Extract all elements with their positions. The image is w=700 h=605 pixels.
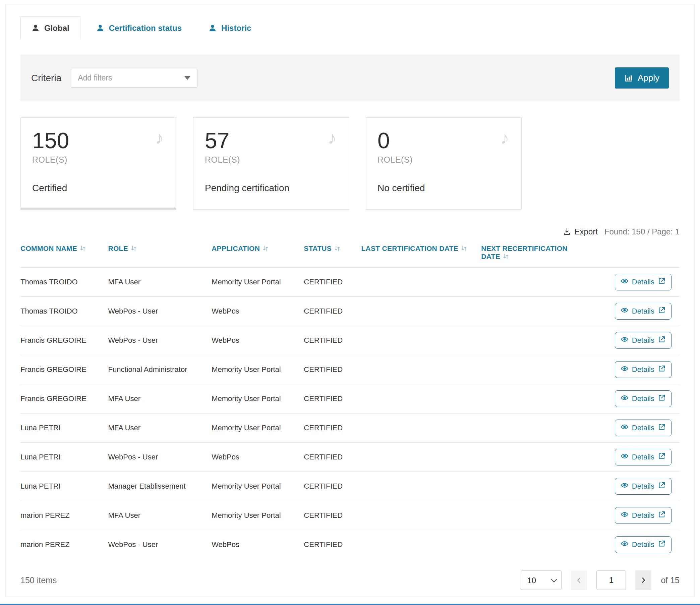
sort-icon[interactable] [130, 245, 138, 254]
footer-bar [0, 604, 700, 605]
stat-unit: ROLE(S) [205, 155, 337, 165]
cell-last-certification-date [361, 326, 481, 355]
cell-next-recertification-date [481, 443, 591, 472]
sort-icon[interactable] [502, 253, 509, 262]
external-link-icon [658, 306, 666, 316]
eye-icon [621, 306, 629, 316]
cell-details: Details [591, 413, 679, 443]
music-note-icon: ♪ [328, 129, 336, 147]
cell-status: CERTIFIED [304, 443, 361, 472]
details-button[interactable]: Details [615, 390, 672, 407]
eye-icon [621, 540, 629, 550]
cell-status: CERTIFIED [304, 413, 361, 443]
cell-last-certification-date [361, 297, 481, 326]
stat-card-pending-certification[interactable]: 57 ROLE(S) ♪ Pending certification [193, 117, 349, 210]
table-row: Francis GREGOIRE MFA User Memority User … [21, 384, 679, 413]
column-header-application[interactable]: APPLICATION [211, 238, 304, 268]
cell-role: WebPos - User [108, 530, 211, 559]
cell-common-name: Luna PETRI [21, 443, 108, 472]
column-header-common-name[interactable]: COMMON NAME [21, 238, 108, 268]
table-body: Thomas TROIDO MFA User Memority User Por… [21, 268, 679, 559]
cell-details: Details [591, 384, 679, 413]
sort-icon[interactable] [262, 245, 269, 254]
sort-icon[interactable] [460, 245, 468, 254]
table-row: Francis GREGOIRE WebPos - User WebPos CE… [21, 326, 679, 355]
cell-application: WebPos [211, 443, 304, 472]
prev-page-button[interactable] [571, 571, 587, 590]
cell-details: Details [591, 472, 679, 501]
cell-application: WebPos [211, 297, 304, 326]
column-label: ROLE [108, 244, 128, 252]
cell-application: Memority User Portal [211, 355, 304, 384]
column-header-role[interactable]: ROLE [108, 238, 211, 268]
cell-details: Details [591, 297, 679, 326]
person-icon [208, 24, 217, 32]
next-page-button[interactable] [635, 571, 651, 590]
details-button[interactable]: Details [615, 507, 672, 524]
cell-last-certification-date [361, 443, 481, 472]
stat-card-certified[interactable]: 150 ROLE(S) ♪ Certified [21, 117, 176, 210]
cell-status: CERTIFIED [304, 501, 361, 530]
table-row: Luna PETRI WebPos - User WebPos CERTIFIE… [21, 443, 679, 472]
page-size-wrap: 10 [521, 571, 561, 590]
bar-chart-icon [624, 74, 633, 82]
cell-next-recertification-date [481, 326, 591, 355]
stat-cards: 150 ROLE(S) ♪ Certified 57 ROLE(S) ♪ Pen… [21, 117, 679, 210]
details-label: Details [632, 278, 654, 286]
table-meta: Export Found: 150 / Page: 1 [21, 227, 679, 237]
apply-label: Apply [638, 73, 659, 83]
export-button[interactable]: Export [563, 227, 597, 237]
cell-application: Memority User Portal [211, 268, 304, 297]
cell-common-name: Luna PETRI [21, 472, 108, 501]
column-header-next-recertification-date[interactable]: NEXT RECERTIFICATION DATE [481, 238, 591, 268]
column-header-status[interactable]: STATUS [304, 238, 361, 268]
page-input[interactable] [596, 571, 626, 590]
sort-icon[interactable] [333, 245, 341, 254]
details-label: Details [632, 307, 654, 316]
cell-application: Memority User Portal [211, 501, 304, 530]
tab-historic[interactable]: Historic [197, 17, 262, 40]
tab-certification-status[interactable]: Certification status [85, 17, 193, 40]
stat-label: Certified [32, 183, 165, 194]
result-count: Found: 150 / Page: 1 [604, 227, 679, 237]
tab-bar: Global Certification status Historic [6, 4, 694, 40]
chevron-left-icon [575, 577, 583, 584]
details-button[interactable]: Details [615, 303, 672, 320]
column-header-last-certification-date[interactable]: LAST CERTIFICATION DATE [361, 238, 481, 268]
stat-value: 0 [377, 129, 510, 152]
details-button[interactable]: Details [615, 536, 672, 553]
add-filters-select[interactable]: Add filters [71, 69, 197, 88]
cell-common-name: Francis GREGOIRE [21, 326, 108, 355]
cell-application: Memority User Portal [211, 384, 304, 413]
app-frame: Global Certification status Historic Cri… [5, 4, 695, 597]
pagination-bar: 150 items 10 of 15 [21, 571, 679, 590]
details-button[interactable]: Details [615, 478, 672, 495]
details-button[interactable]: Details [615, 449, 672, 465]
eye-icon [621, 277, 629, 287]
stat-card-no-certified[interactable]: 0 ROLE(S) ♪ No certified [366, 117, 522, 210]
cell-next-recertification-date [481, 384, 591, 413]
sort-icon[interactable] [79, 245, 86, 254]
details-button[interactable]: Details [615, 419, 672, 436]
external-link-icon [658, 481, 666, 491]
details-label: Details [632, 482, 654, 491]
external-link-icon [658, 335, 666, 345]
export-label: Export [574, 227, 597, 237]
apply-button[interactable]: Apply [615, 67, 669, 89]
download-icon [563, 228, 571, 236]
column-header-details [591, 238, 679, 268]
tab-global[interactable]: Global [21, 17, 80, 40]
pager-controls: 10 of 15 [521, 571, 679, 590]
stat-label: Pending certification [205, 183, 337, 194]
eye-icon [621, 510, 629, 521]
details-button[interactable]: Details [615, 274, 672, 290]
details-button[interactable]: Details [615, 361, 672, 378]
cell-next-recertification-date [481, 472, 591, 501]
cell-last-certification-date [361, 355, 481, 384]
table-row: marion PEREZ MFA User Memority User Port… [21, 501, 679, 530]
cell-common-name: Thomas TROIDO [21, 297, 108, 326]
page-size-select[interactable]: 10 [521, 571, 561, 590]
details-button[interactable]: Details [615, 332, 672, 349]
external-link-icon [658, 510, 666, 521]
cell-last-certification-date [361, 530, 481, 559]
